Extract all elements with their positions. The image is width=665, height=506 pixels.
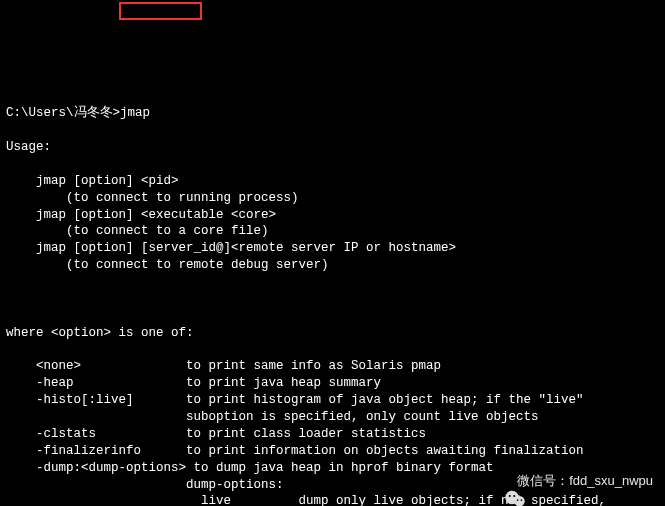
prompt-line[interactable]: C:\Users\冯冬冬>jmap: [6, 105, 659, 122]
options-header: where <option> is one of:: [6, 325, 659, 342]
option-line: live dump only live objects; if not spec…: [6, 493, 659, 506]
usage-header: Usage:: [6, 139, 659, 156]
option-line: -dump:<dump-options> to dump java heap i…: [6, 460, 659, 477]
usage-line: jmap [option] <executable <core>: [6, 207, 659, 224]
command-highlight-box: [119, 2, 202, 20]
usage-line: jmap [option] [server_id@]<remote server…: [6, 240, 659, 257]
option-line: -histo[:live] to print histogram of java…: [6, 392, 659, 409]
option-line: -finalizerinfo to print information on o…: [6, 443, 659, 460]
options-block: <none> to print same info as Solaris pma…: [6, 358, 659, 506]
blank-line: [6, 291, 659, 308]
option-line: -heap to print java heap summary: [6, 375, 659, 392]
usage-line: (to connect to remote debug server): [6, 257, 659, 274]
option-line: dump-options:: [6, 477, 659, 494]
usage-line: (to connect to running process): [6, 190, 659, 207]
option-line: -clstats to print class loader statistic…: [6, 426, 659, 443]
option-line: <none> to print same info as Solaris pma…: [6, 358, 659, 375]
usage-line: (to connect to a core file): [6, 223, 659, 240]
option-line: suboption is specified, only count live …: [6, 409, 659, 426]
usage-line: jmap [option] <pid>: [6, 173, 659, 190]
usage-block: jmap [option] <pid> (to connect to runni…: [6, 173, 659, 274]
